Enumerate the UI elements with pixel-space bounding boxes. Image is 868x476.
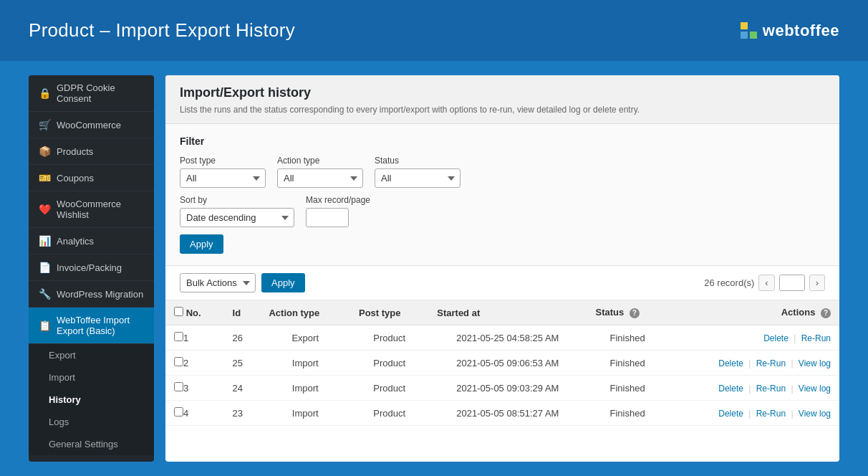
row-checkbox-1[interactable] (174, 357, 183, 366)
cell-actions-2: Delete | Re-Run | View log (668, 376, 839, 401)
cell-actions-0: Delete | Re-Run (668, 325, 839, 351)
cell-post-type-3: Product (350, 401, 428, 426)
cell-action-type-1: Import (260, 351, 350, 376)
max-record-label: Max record/page (306, 195, 370, 205)
toolbar-right: 26 record(s) ‹ 1 › (704, 275, 825, 291)
sidebar-item-analytics[interactable]: 📊 Analytics (29, 228, 154, 254)
page-number-input[interactable]: 1 (779, 275, 805, 291)
sidebar-submenu: Export Import History Logs General Setti… (29, 344, 154, 455)
content-title: Import/Export history (180, 85, 825, 100)
select-all-checkbox[interactable] (174, 307, 183, 316)
bulk-apply-button[interactable]: Apply (261, 273, 305, 292)
logo-text: webtoffee (763, 22, 839, 40)
logo-sq-1 (741, 22, 748, 29)
sidebar-item-gdpr[interactable]: 🔒 GDPR Cookie Consent (29, 75, 154, 112)
cell-no-0: 1 (165, 325, 224, 351)
cell-action-type-2: Import (260, 376, 350, 401)
logo-sq-4 (750, 32, 757, 39)
main-content: 🔒 GDPR Cookie Consent 🛒 WooCommerce 📦 Pr… (0, 61, 868, 476)
pagination-next-button[interactable]: › (809, 275, 825, 291)
history-table: No. Id Action type Post type Started at … (165, 300, 839, 426)
action-delete-2[interactable]: Delete (718, 384, 743, 394)
col-header-id: Id (224, 300, 261, 325)
pagination-prev-button[interactable]: ‹ (758, 275, 774, 291)
cell-id-3: 23 (224, 401, 261, 426)
status-label: Status (375, 156, 460, 166)
cell-post-type-0: Product (350, 325, 428, 351)
cell-id-0: 26 (224, 325, 261, 351)
action-sep-1-2: | (789, 358, 796, 368)
submenu-export[interactable]: Export (29, 344, 154, 366)
cell-started-at-0: 2021-05-25 04:58:25 AM (428, 325, 587, 351)
cell-status-2: Finished (587, 376, 668, 401)
sidebar-item-woocommerce[interactable]: 🛒 WooCommerce (29, 112, 154, 138)
action-viewlog-1[interactable]: View log (799, 358, 831, 368)
post-type-select[interactable]: All Product Order Coupon User (180, 168, 266, 188)
sidebar-item-wishlist[interactable]: ❤️ WooCommerce Wishlist (29, 191, 154, 228)
action-sep-1-1: | (746, 358, 753, 368)
sidebar-label-gdpr: GDPR Cookie Consent (57, 82, 144, 104)
action-viewlog-2[interactable]: View log (799, 384, 831, 394)
action-sep-2-1: | (746, 384, 753, 394)
table-body: 126ExportProduct2021-05-25 04:58:25 AMFi… (165, 325, 839, 426)
sort-by-label: Sort by (180, 195, 294, 205)
action-rerun-0[interactable]: Re-Run (801, 333, 831, 343)
filter-max-record: Max record/page 50 (306, 195, 370, 227)
action-delete-3[interactable]: Delete (718, 409, 743, 419)
action-sep-3-2: | (789, 409, 796, 419)
top-header: Product – Import Export History webtoffe… (0, 0, 868, 61)
col-header-actions: Actions ? (668, 300, 839, 325)
sidebar-item-migration[interactable]: 🔧 WordPress Migration (29, 281, 154, 308)
action-type-select[interactable]: All Import Export (277, 168, 363, 188)
action-rerun-2[interactable]: Re-Run (756, 384, 786, 394)
table-header-row: No. Id Action type Post type Started at … (165, 300, 839, 325)
logo-sq-2 (750, 22, 757, 29)
cell-post-type-2: Product (350, 376, 428, 401)
sidebar-item-invoice[interactable]: 📄 Invoice/Packing (29, 254, 154, 281)
cell-started-at-1: 2021-05-05 09:06:53 AM (428, 351, 587, 376)
filter-title: Filter (180, 135, 825, 147)
table-row: 225ImportProduct2021-05-05 09:06:53 AMFi… (165, 351, 839, 376)
cell-status-0: Finished (587, 325, 668, 351)
submenu-history[interactable]: History (29, 389, 154, 411)
cell-post-type-1: Product (350, 351, 428, 376)
sidebar-label-products: Products (57, 146, 93, 157)
max-record-input[interactable]: 50 (306, 208, 349, 227)
submenu-general-settings[interactable]: General Settings (29, 433, 154, 455)
logo-area: webtoffee (741, 22, 839, 40)
action-viewlog-3[interactable]: View log (799, 409, 831, 419)
sidebar-item-webtoffee[interactable]: 📋 WebToffee Import Export (Basic) (29, 308, 154, 344)
filter-post-type: Post type All Product Order Coupon User (180, 156, 266, 188)
col-header-status: Status ? (587, 300, 668, 325)
sidebar-label-woocommerce: WooCommerce (57, 120, 121, 130)
sidebar-label-invoice: Invoice/Packing (57, 262, 122, 273)
action-rerun-1[interactable]: Re-Run (756, 358, 786, 368)
filter-row-2: Sort by Date descending Date ascending M… (180, 195, 825, 227)
col-header-action-type: Action type (260, 300, 350, 325)
logo-sq-3 (741, 32, 748, 39)
sort-by-select[interactable]: Date descending Date ascending (180, 208, 294, 227)
action-rerun-3[interactable]: Re-Run (756, 409, 786, 419)
action-delete-0[interactable]: Delete (763, 333, 789, 343)
sidebar-item-products[interactable]: 📦 Products (29, 138, 154, 165)
submenu-import[interactable]: Import (29, 366, 154, 389)
cell-action-type-3: Import (260, 401, 350, 426)
row-checkbox-3[interactable] (174, 407, 183, 416)
filter-apply-button[interactable]: Apply (180, 234, 223, 254)
status-select[interactable]: All Finished Failed Running (375, 168, 460, 188)
row-checkbox-0[interactable] (174, 332, 183, 341)
status-help-icon[interactable]: ? (630, 308, 640, 318)
action-delete-1[interactable]: Delete (718, 358, 743, 368)
actions-help-icon[interactable]: ? (821, 308, 831, 318)
sidebar-item-coupons[interactable]: 🎫 Coupons (29, 165, 154, 191)
cell-started-at-2: 2021-05-05 09:03:29 AM (428, 376, 587, 401)
sidebar-label-coupons: Coupons (57, 173, 94, 184)
migration-icon: 🔧 (39, 288, 51, 300)
row-checkbox-2[interactable] (174, 382, 183, 391)
content-header: Import/Export history Lists the runs and… (165, 75, 839, 124)
cell-actions-3: Delete | Re-Run | View log (668, 401, 839, 426)
bulk-actions-select[interactable]: Bulk Actions (180, 273, 256, 292)
action-sep-0-1: | (791, 333, 799, 343)
submenu-logs[interactable]: Logs (29, 411, 154, 433)
woo-icon: 🛒 (39, 119, 51, 130)
